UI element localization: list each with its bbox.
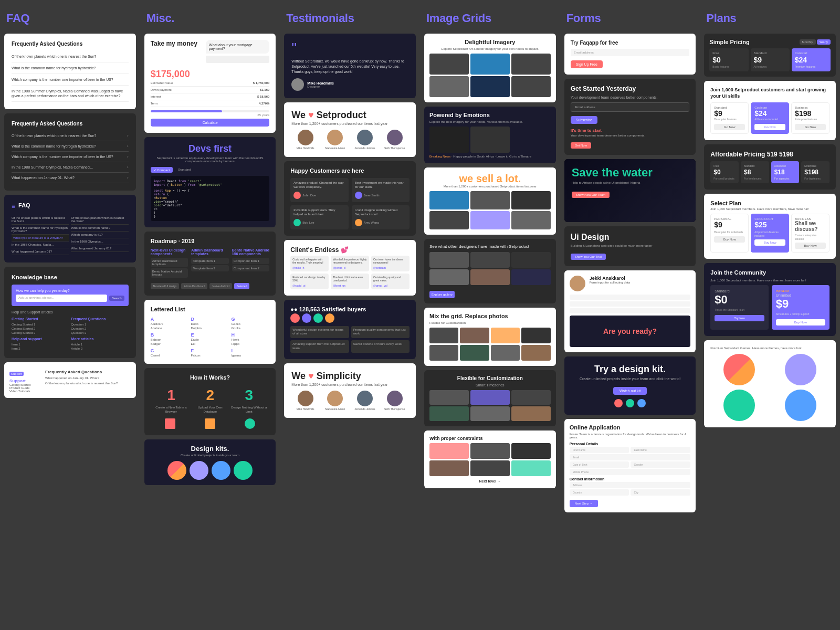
jc-btn-std[interactable]: Try free: [715, 315, 764, 321]
faq-dark-q-5[interactable]: What happened on January 01. What? ›: [12, 173, 129, 183]
hc-item-3: Incredible support team. They helped us …: [290, 205, 348, 229]
faq-dark-q-2[interactable]: What is the common name for hydrogen hyd…: [12, 141, 129, 152]
kb-search-btn[interactable]: Search: [109, 296, 124, 301]
lt-item: Iguana: [231, 353, 269, 358]
dg-img-6: [511, 76, 551, 97]
phone-input[interactable]: Mobile Phone: [570, 469, 691, 475]
see-what-btn[interactable]: Explore gallery: [429, 288, 551, 298]
yearly-tab[interactable]: Yearly: [817, 39, 831, 45]
faq-q-2: What is the common name for hydrogen hyd…: [12, 62, 129, 74]
get-started-team-btn[interactable]: Get Now: [571, 139, 690, 149]
figma-circle-4: [785, 390, 816, 421]
ui-design-btn[interactable]: Show You Our Trial: [571, 250, 690, 260]
fl-img-3: [511, 390, 551, 405]
js-col-business: Business $198 Enterprise features Go Now: [791, 102, 830, 134]
simple-pricing-card: Simple Pricing Monthly Yearly Free $0 Ba…: [704, 34, 836, 77]
rm-item: Admin Dashboard templates: [151, 258, 188, 267]
kb-link[interactable]: Getting Started 1: [12, 322, 69, 327]
rm-col-head-2: Admin Dashboard templates: [191, 248, 229, 256]
mortgage-calc-btn[interactable]: Calculate: [151, 119, 270, 127]
try-kit-title: Try a design kit.: [572, 364, 689, 375]
faq-dark-q-4[interactable]: In the 1988 Summer Olympics, Nadia Coman…: [12, 162, 129, 173]
gender-input[interactable]: Gender: [631, 461, 690, 468]
try-kit-btn[interactable]: Watch out kit: [572, 385, 689, 399]
first-name-input[interactable]: First Name: [570, 447, 629, 453]
satisfied-card: ●● 128,563 Satisfied buyers Wonderful de…: [284, 300, 416, 359]
jekki-input-2[interactable]: [570, 301, 691, 307]
join-community-sub: Join 1,000 Setproduct members. Have more…: [710, 279, 830, 282]
mortgage-input[interactable]: [206, 56, 270, 63]
get-started-input[interactable]: Email address: [571, 102, 690, 112]
faq-col2-q1: Of the known planets which is nearest th…: [71, 215, 128, 225]
lt-item: Baboon: [151, 338, 189, 342]
rm-item: Template Item 2: [191, 265, 229, 271]
faq-col2-q5: What happened January 01?: [71, 245, 128, 252]
sp-col-featured: Coolstart $24 Premium features: [792, 48, 831, 71]
try-signup-btn[interactable]: Sign Up Free: [571, 58, 690, 68]
kb-link[interactable]: Article 2: [71, 346, 128, 351]
wp-img-4: [429, 460, 469, 476]
emotions-sub: Explore the best imagery for your needs.…: [429, 120, 551, 123]
address-input[interactable]: Address: [570, 482, 691, 488]
figma-colors-card: Premium Setproduct themes. Have more the…: [704, 340, 836, 427]
devs-tab[interactable]: Standard: [175, 167, 194, 173]
simplicity-avatar-2: Madeleine Alison: [321, 391, 349, 411]
author-avatar: [291, 78, 304, 91]
city-input[interactable]: City: [631, 489, 690, 496]
mortgage-question: What about your mortgage payment?: [206, 40, 270, 54]
sw-img-3: [511, 252, 551, 268]
simplicity-title: We ♥ Simplicity: [291, 371, 408, 382]
faq-col1-q4: In the 1988 Olympics, Nadia...: [12, 242, 69, 248]
jc-btn-unlimited[interactable]: Buy Now: [776, 319, 825, 326]
fl-img-2: [470, 390, 510, 405]
kb-section-1: Getting Started: [12, 317, 69, 321]
lt-item: Abalone: [151, 326, 189, 330]
slp-btn-business[interactable]: Buy Now: [795, 243, 826, 249]
faq-dark-q-1[interactable]: Of the known planets which one is neares…: [12, 131, 129, 141]
monthly-tab[interactable]: Monthly: [800, 39, 816, 45]
email-input[interactable]: Email: [570, 454, 691, 460]
js-btn-biz[interactable]: Go Now: [795, 124, 826, 130]
kb-link[interactable]: Article 1: [71, 342, 128, 346]
kb-link[interactable]: Getting Started 2: [12, 327, 69, 331]
try-kit-sub: Create unlimited projects inside your te…: [572, 377, 689, 381]
kb-link[interactable]: Getting Started 3: [12, 331, 69, 335]
try-email-input[interactable]: Email address: [571, 49, 690, 56]
kb-section-4: More articles: [71, 337, 128, 341]
submit-btn[interactable]: Next Step →: [570, 497, 691, 507]
kb-link[interactable]: Item 1: [12, 342, 69, 346]
slp-btn-personal[interactable]: Buy Now: [714, 236, 745, 243]
figma-circle-3: [723, 390, 755, 421]
jekki-input-1[interactable]: [570, 295, 691, 300]
jc-col-standard: Standard $0 This is the Standard_plan Tr…: [710, 285, 768, 330]
misc-column: Misc. Take my money What about your mort…: [140, 0, 280, 518]
faq-dark-q-3[interactable]: Which company is the number one importer…: [12, 152, 129, 162]
cc-item: Outstanding quality and great value. @gr…: [371, 274, 410, 289]
kb-link[interactable]: Item 2: [12, 346, 69, 351]
faq-card-two-col: ≡ FAQ Of the known planets which is near…: [4, 195, 136, 262]
save-water-btn[interactable]: Show New Our Team: [572, 188, 689, 198]
clients-title: Client's Endless 💕: [290, 246, 410, 254]
devs-tab-active[interactable]: ✓ Compact: [151, 167, 173, 173]
sc-item: Wonderful design systems for teams of al…: [290, 326, 349, 339]
slp-btn-coolstart[interactable]: Buy Now: [754, 239, 785, 246]
get-started-btn[interactable]: Subscribe: [571, 114, 690, 124]
js-btn-std[interactable]: Go Now: [714, 124, 745, 130]
last-name-input[interactable]: Last Name: [631, 447, 690, 453]
js-btn-featured[interactable]: Go Now: [754, 124, 785, 130]
jekki-input-3[interactable]: [570, 308, 691, 313]
kb-section-3: Help and support: [12, 337, 69, 341]
kb-link[interactable]: Question 1: [71, 322, 128, 327]
dg-img-2: [470, 54, 510, 75]
rm-tag: Native Android: [209, 283, 232, 289]
kb-search-input[interactable]: Ask us anything, please...: [16, 295, 107, 302]
lt-item: Falcon: [191, 353, 229, 358]
mortgage-slider[interactable]: [151, 110, 270, 112]
support-links: Getting Started Product Guide Video Tuto…: [9, 383, 41, 393]
kb-link[interactable]: Question 3: [71, 331, 128, 335]
select-plan-sub: Join 1,000 Setproduct members. Have more…: [710, 207, 830, 211]
get-started-title: Get Started Yesterday: [571, 85, 690, 92]
kb-link[interactable]: Question 2: [71, 327, 128, 331]
country-input[interactable]: Country: [570, 489, 629, 496]
dob-input[interactable]: Date of Birth: [570, 461, 629, 468]
